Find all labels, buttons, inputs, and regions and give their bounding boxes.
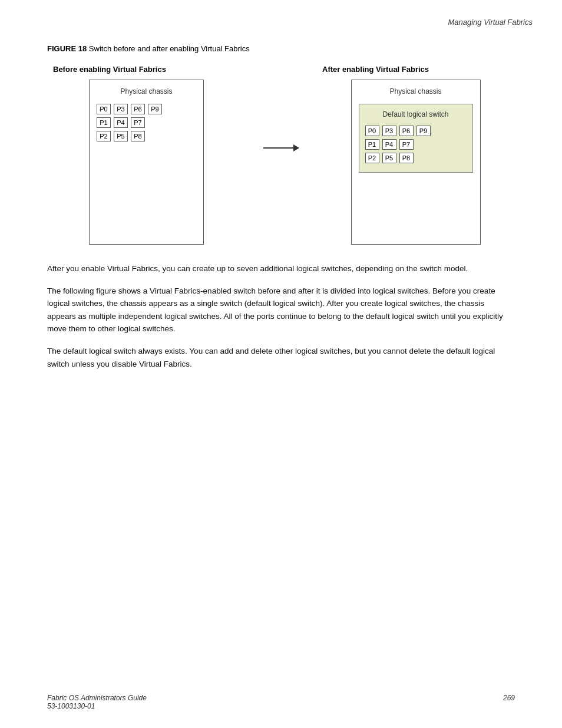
body-paragraph-2: The following figure shows a Virtual Fab… bbox=[47, 285, 515, 335]
after-port-p7: P7 bbox=[399, 139, 414, 150]
after-port-p6: P6 bbox=[399, 126, 414, 136]
after-ports-grid: P0 P3 P6 P9 P1 P4 P7 P2 P5 bbox=[365, 126, 467, 163]
after-port-p4: P4 bbox=[382, 139, 396, 150]
before-port-p2: P2 bbox=[97, 131, 111, 141]
transition-arrow bbox=[263, 147, 299, 149]
after-diagram-section: After enabling Virtual Fabrics Physical … bbox=[316, 65, 515, 245]
footer-doc-number: 53-1003130-01 bbox=[47, 702, 147, 710]
main-content: FIGURE 18 Switch before and after enabli… bbox=[0, 32, 562, 427]
body-paragraph-1: After you enable Virtual Fabrics, you ca… bbox=[47, 262, 515, 275]
after-label: After enabling Virtual Fabrics bbox=[316, 65, 429, 74]
body-paragraph-3: The default logical switch always exists… bbox=[47, 345, 515, 370]
before-port-p0: P0 bbox=[97, 104, 111, 114]
before-port-p9: P9 bbox=[148, 104, 162, 114]
before-ports-row-2: P2 P5 P8 bbox=[97, 131, 196, 141]
arrow-section bbox=[257, 65, 305, 149]
figure-label: FIGURE 18 bbox=[47, 44, 87, 53]
page-header: Managing Virtual Fabrics bbox=[0, 0, 562, 32]
footer-page-number: 269 bbox=[503, 694, 515, 710]
before-chassis-title: Physical chassis bbox=[97, 87, 196, 95]
after-port-p2: P2 bbox=[365, 153, 379, 163]
after-ports-row-0: P0 P3 P6 P9 bbox=[365, 126, 467, 136]
after-port-p5: P5 bbox=[382, 153, 396, 163]
before-port-p4: P4 bbox=[114, 117, 128, 128]
after-port-p9: P9 bbox=[416, 126, 431, 136]
footer-left: Fabric OS Administrators Guide 53-100313… bbox=[47, 694, 147, 710]
before-port-p6: P6 bbox=[131, 104, 145, 114]
before-port-p5: P5 bbox=[114, 131, 128, 141]
before-diagram-section: Before enabling Virtual Fabrics Physical… bbox=[47, 65, 246, 245]
before-chassis-box: Physical chassis P0 P3 P6 P9 P1 P4 P7 P2 bbox=[89, 80, 204, 245]
after-chassis-title: Physical chassis bbox=[359, 87, 473, 95]
before-port-p8: P8 bbox=[131, 131, 145, 141]
after-ports-row-1: P1 P4 P7 bbox=[365, 139, 467, 150]
logical-switch-inner: Default logical switch P0 P3 P6 P9 P1 P4… bbox=[359, 104, 473, 173]
before-label: Before enabling Virtual Fabrics bbox=[47, 65, 166, 74]
before-port-p1: P1 bbox=[97, 117, 111, 128]
after-port-p8: P8 bbox=[399, 153, 414, 163]
page-footer: Fabric OS Administrators Guide 53-100313… bbox=[47, 694, 515, 710]
before-port-p7: P7 bbox=[131, 117, 145, 128]
before-ports-row-0: P0 P3 P6 P9 bbox=[97, 104, 196, 114]
after-ports-row-2: P2 P5 P8 bbox=[365, 153, 467, 163]
header-title: Managing Virtual Fabrics bbox=[448, 18, 533, 27]
after-chassis-box: Physical chassis Default logical switch … bbox=[351, 80, 481, 245]
figure-caption-text: Switch before and after enabling Virtual… bbox=[89, 44, 250, 53]
after-port-p0: P0 bbox=[365, 126, 379, 136]
diagrams-row: Before enabling Virtual Fabrics Physical… bbox=[47, 65, 515, 245]
figure-caption: FIGURE 18 Switch before and after enabli… bbox=[47, 44, 515, 53]
before-port-p3: P3 bbox=[114, 104, 128, 114]
after-port-p1: P1 bbox=[365, 139, 379, 150]
footer-guide-name: Fabric OS Administrators Guide bbox=[47, 694, 147, 702]
before-ports-grid: P0 P3 P6 P9 P1 P4 P7 P2 P5 P8 bbox=[97, 104, 196, 141]
logical-switch-label: Default logical switch bbox=[365, 110, 467, 118]
before-ports-row-1: P1 P4 P7 bbox=[97, 117, 196, 128]
arrow-line bbox=[263, 147, 299, 149]
after-port-p3: P3 bbox=[382, 126, 396, 136]
